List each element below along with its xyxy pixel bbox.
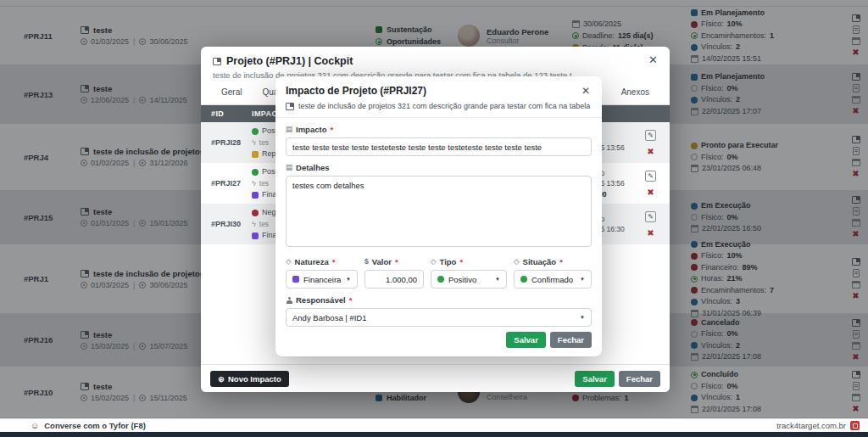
close-button[interactable]: Fechar [550, 332, 592, 348]
chevron-down-icon: ▼ [580, 315, 585, 320]
impact-row-right: ado025 13:560,00 ✎ ✖ [593, 163, 670, 204]
close-icon[interactable]: ✕ [648, 53, 658, 66]
responsible-select[interactable]: Andy Barbosa | #ID1 ▼ [286, 308, 592, 327]
impact-id: #PRJI28 [201, 122, 252, 163]
situation-select[interactable]: Confirmado ▼ [514, 270, 592, 289]
text-field-icon: ▤ [286, 164, 292, 171]
edit-icon[interactable]: ✎ [645, 211, 656, 222]
value-field-label: $ Valor * [364, 257, 424, 266]
tag-field-icon: ◇ [514, 258, 520, 266]
track4target-logo-icon [850, 421, 860, 430]
chevron-down-icon: ▼ [580, 277, 585, 282]
impact-type-icon [252, 169, 259, 176]
details-textarea[interactable]: testes com detalhes [286, 176, 592, 247]
app-screen: #PRJ11 teste 01/03/2025 | 30/06/2025 [0, 0, 868, 437]
impact-type-icon [252, 128, 259, 135]
delete-icon[interactable]: ✖ [647, 148, 654, 156]
lightning-icon: ϟ [252, 179, 256, 188]
situation-field-label: ◇ Situação * [514, 257, 592, 266]
impact-id: #PRJI27 [201, 163, 252, 204]
user-icon [286, 297, 292, 304]
plus-icon: ⊕ [218, 374, 225, 384]
impact-id: #PRJI30 [201, 204, 252, 244]
impact-modal-title: Impacto de Projeto (#PRJI27) [286, 85, 592, 97]
type-select[interactable]: Positivo ▼ [431, 270, 507, 289]
lightning-icon: ϟ [252, 220, 256, 229]
impact-modal: Impacto de Projeto (#PRJI27) ✕ teste de … [275, 76, 602, 356]
impact-type-icon [252, 210, 259, 216]
save-button[interactable]: Salvar [575, 371, 615, 387]
delete-icon[interactable]: ✖ [647, 229, 654, 238]
modal-title: Projeto (#PRJ1) | Cockpit [226, 55, 353, 67]
impact-field-label: ▤ Impacto * [286, 125, 592, 134]
situation-color-icon [520, 276, 527, 283]
responsible-field-label: Responsável * [286, 295, 592, 305]
nature-color-icon [292, 276, 299, 283]
tab-geral[interactable]: Geral [221, 87, 242, 104]
impact-nature-icon [252, 151, 259, 158]
chevron-down-icon: ▼ [346, 277, 351, 282]
edit-icon[interactable]: ✎ [645, 171, 656, 182]
nature-field-label: ◇ Natureza * [286, 257, 358, 266]
site-link[interactable]: track4target.com.br [776, 421, 846, 430]
impact-modal-subtitle: teste de inclusão de projetos 321 com de… [298, 102, 592, 110]
column-impact: IMPAC [252, 109, 277, 118]
close-button[interactable]: Fechar [619, 371, 660, 387]
tag-field-icon: ◇ [431, 258, 437, 266]
edit-icon[interactable]: ✎ [645, 130, 656, 141]
impact-input[interactable] [286, 137, 592, 156]
tyfor-icon: ☺ [31, 421, 39, 430]
nature-select[interactable]: Financeira ▼ [286, 270, 358, 289]
text-field-icon: ▤ [286, 126, 292, 133]
bottom-bar: ☺ Converse com o Tyfor (F8) track4target… [0, 418, 868, 432]
tab-anexos[interactable]: Anexos [621, 87, 649, 97]
tyfor-chat-button[interactable]: ☺ Converse com o Tyfor (F8) [31, 421, 146, 430]
type-color-icon [437, 276, 444, 283]
delete-icon[interactable]: ✖ [647, 188, 654, 197]
chevron-down-icon: ▼ [495, 277, 500, 282]
cockpit-modal-footer: ⊕ Novo Impacto Salvar Fechar [201, 364, 670, 392]
impact-row-right: ado025 16:30 ✎ ✖ [593, 204, 670, 244]
lightning-icon: ϟ [252, 138, 256, 148]
modal-title-icon [213, 58, 221, 65]
impact-row-right: o025 13:56 ✎ ✖ [593, 122, 670, 163]
close-icon[interactable]: ✕ [581, 85, 590, 97]
dollar-icon: $ [364, 258, 369, 266]
save-button[interactable]: Salvar [506, 332, 546, 348]
value-input[interactable] [364, 270, 424, 289]
impact-nature-icon [252, 233, 259, 239]
divider [275, 117, 602, 118]
column-id: #ID [201, 109, 252, 118]
new-impact-button[interactable]: ⊕ Novo Impacto [210, 371, 289, 387]
impact-nature-icon [252, 192, 259, 199]
project-icon [286, 103, 294, 110]
tag-field-icon: ◇ [286, 258, 292, 266]
type-field-label: ◇ Tipo * [431, 257, 507, 266]
bottom-strip [0, 432, 868, 437]
details-field-label: ▤ Detalhes [286, 163, 592, 172]
